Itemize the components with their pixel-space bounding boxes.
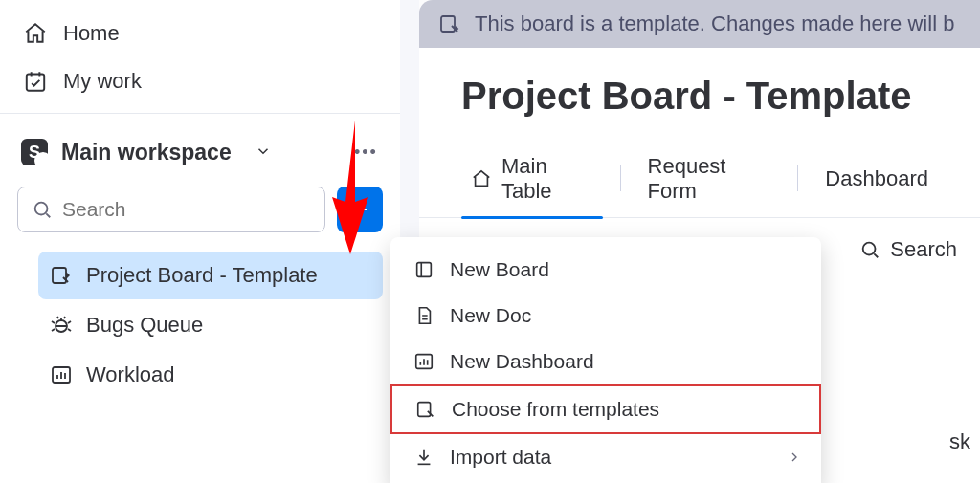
- menu-label: Import data: [450, 446, 551, 469]
- menu-label: New Doc: [450, 304, 531, 327]
- more-options-icon[interactable]: •••: [354, 143, 379, 163]
- board-icon: [413, 259, 434, 280]
- sidebar-search-input[interactable]: [62, 198, 311, 221]
- doc-icon: [413, 305, 434, 326]
- svg-rect-2: [53, 268, 66, 283]
- board-item-label: Workload: [86, 362, 175, 387]
- board-item-workload[interactable]: Workload: [38, 351, 383, 399]
- menu-choose-templates[interactable]: Choose from templates: [390, 384, 821, 434]
- nav-mywork-label: My work: [63, 69, 142, 94]
- sidebar-divider: [0, 113, 400, 114]
- workspace-selector[interactable]: S Main workspace •••: [11, 127, 389, 177]
- svg-point-1: [35, 203, 48, 215]
- svg-rect-7: [417, 263, 432, 277]
- add-button[interactable]: [337, 187, 383, 232]
- tab-label: Main Table: [501, 154, 593, 204]
- add-dropdown-menu: New Board New Doc New Dashboard Choose f…: [390, 237, 821, 483]
- menu-label: New Dashboard: [450, 350, 594, 373]
- nav-mywork[interactable]: My work: [11, 57, 389, 105]
- board-item-label: Project Board - Template: [86, 263, 318, 288]
- sidebar: Home My work S Main workspace •••: [0, 0, 400, 483]
- tab-label: Request Form: [648, 154, 771, 204]
- search-icon: [32, 199, 53, 220]
- home-icon: [471, 168, 492, 189]
- bug-icon: [50, 314, 73, 337]
- nav-home-label: Home: [63, 21, 120, 46]
- truncated-text: sk: [949, 429, 970, 454]
- tab-dashboard[interactable]: Dashboard: [815, 161, 938, 205]
- menu-import-data[interactable]: Import data: [390, 434, 821, 480]
- import-icon: [413, 447, 434, 468]
- template-icon: [50, 264, 73, 287]
- menu-new-dashboard[interactable]: New Dashboard: [390, 339, 821, 384]
- chart-icon: [50, 363, 73, 386]
- template-banner: This board is a template. Changes made h…: [419, 0, 980, 48]
- board-list: Project Board - Template Bugs Queue Work…: [11, 252, 389, 399]
- home-icon: [23, 21, 48, 46]
- template-banner-text: This board is a template. Changes made h…: [475, 11, 954, 36]
- board-title: Project Board - Template: [419, 48, 980, 125]
- menu-label: New Board: [450, 258, 549, 281]
- tab-divider: [620, 165, 621, 191]
- menu-new-doc[interactable]: New Doc: [390, 293, 821, 339]
- template-icon: [415, 399, 436, 420]
- view-tabs: Main Table Request Form Dashboard: [419, 148, 980, 217]
- menu-new-board[interactable]: New Board: [390, 247, 821, 293]
- board-item-label: Bugs Queue: [86, 313, 203, 338]
- board-item-project-template[interactable]: Project Board - Template: [38, 252, 383, 299]
- tab-divider: [797, 165, 798, 191]
- svg-point-6: [863, 243, 876, 255]
- tab-request-form[interactable]: Request Form: [638, 148, 781, 217]
- tab-label: Dashboard: [825, 166, 928, 191]
- workspace-badge-icon: S: [21, 139, 48, 165]
- menu-label: Choose from templates: [452, 398, 659, 421]
- search-icon: [859, 239, 880, 260]
- svg-rect-5: [441, 16, 455, 32]
- template-icon: [438, 12, 461, 35]
- sidebar-search[interactable]: [17, 187, 325, 232]
- chevron-right-icon: [787, 450, 802, 465]
- dashboard-icon: [413, 351, 434, 372]
- workspace-name: Main workspace: [61, 140, 232, 165]
- calendar-check-icon: [23, 69, 48, 94]
- nav-home[interactable]: Home: [11, 10, 389, 57]
- svg-rect-9: [418, 403, 431, 417]
- board-search[interactable]: Search: [859, 237, 957, 262]
- board-search-label: Search: [890, 237, 957, 262]
- board-item-bugs-queue[interactable]: Bugs Queue: [38, 301, 383, 349]
- svg-rect-0: [27, 74, 44, 90]
- tab-main-table[interactable]: Main Table: [461, 148, 603, 217]
- plus-icon: [349, 199, 370, 220]
- chevron-down-icon: [255, 143, 274, 162]
